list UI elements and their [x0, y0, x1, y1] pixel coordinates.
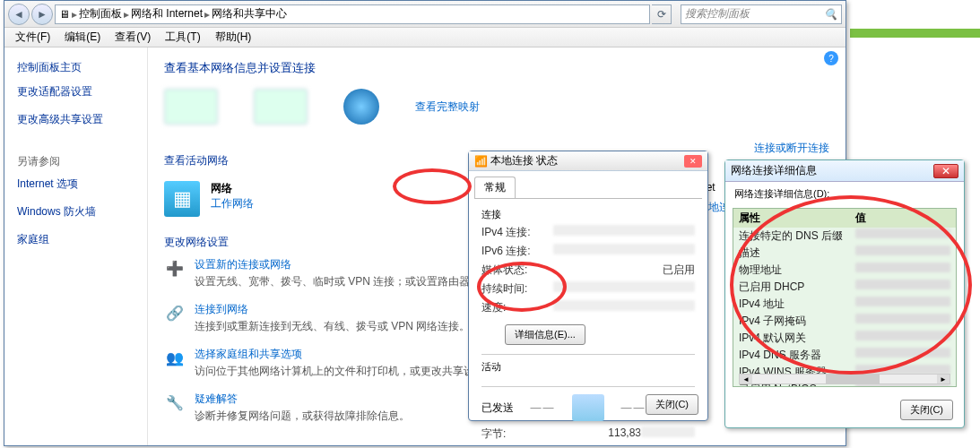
menu-help[interactable]: 帮助(H) — [210, 28, 257, 47]
menu-bar: 文件(F) 编辑(E) 查看(V) 工具(T) 帮助(H) — [4, 28, 846, 47]
sidebar-adapter-settings[interactable]: 更改适配器设置 — [17, 84, 134, 99]
menu-file[interactable]: 文件(F) — [10, 28, 56, 47]
search-input[interactable]: 搜索控制面板 🔍 — [681, 4, 842, 24]
detail-row: IPv4 子网掩码 — [733, 313, 956, 330]
sidebar: 控制面板主页 更改适配器设置 更改高级共享设置 另请参阅 Internet 选项… — [4, 47, 148, 445]
detail-row: 物理地址 — [733, 262, 956, 279]
nic-icon: 📶 — [474, 155, 488, 168]
search-icon: 🔍 — [824, 8, 837, 21]
details-scrollbar[interactable]: ◄► — [739, 374, 950, 384]
settings-icon: 🔧 — [164, 392, 186, 413]
connection-details-dialog: 网络连接详细信息 ✕ 网络连接详细信息(D): 属性值 连接特定的 DNS 后缀… — [724, 159, 965, 428]
help-icon[interactable]: ? — [824, 51, 838, 65]
crumb-control-panel[interactable]: 控制面板 — [79, 6, 122, 22]
details-close-button[interactable]: 关闭(C) — [900, 400, 953, 420]
forward-button[interactable]: ► — [31, 4, 53, 25]
sidebar-homegroup[interactable]: 家庭组 — [17, 232, 134, 247]
details-title: 网络连接详细信息 — [731, 163, 817, 178]
settings-desc: 访问位于其他网络计算机上的文件和打印机，或更改共享设置。 — [195, 364, 496, 379]
crumb-network-internet[interactable]: 网络和 Internet — [131, 6, 203, 22]
status-row: 媒体状态:已启用 — [481, 263, 695, 278]
sidebar-internet-options[interactable]: Internet 选项 — [17, 177, 134, 192]
breadcrumb-bar[interactable]: 🖥 ▸ 控制面板 ▸ 网络和 Internet ▸ 网络和共享中心 — [55, 4, 650, 24]
address-toolbar: ◄ ► 🖥 ▸ 控制面板 ▸ 网络和 Internet ▸ 网络和共享中心 ⟳ … — [4, 1, 846, 28]
decorative-green-bar — [850, 29, 980, 38]
status-row: IPv6 连接: — [481, 244, 695, 259]
settings-link[interactable]: 连接到网络 — [195, 302, 470, 317]
detail-row: IPv4 DNS 服务器 — [733, 347, 956, 364]
settings-icon: 🔗 — [164, 302, 186, 323]
activity-label: 活动 — [481, 354, 695, 374]
computer-icon: 🖥 — [59, 8, 70, 21]
bytes-recv-value — [641, 426, 695, 437]
col-value: 值 — [855, 211, 866, 226]
status-row: 速度: — [481, 300, 695, 315]
settings-icon: 👥 — [164, 347, 186, 368]
map-node-network — [254, 89, 308, 125]
detail-row: 已启用 DHCP — [733, 279, 956, 296]
menu-tools[interactable]: 工具(T) — [160, 28, 205, 47]
map-node-this-pc — [164, 89, 218, 125]
activity-pc-icon — [572, 394, 604, 421]
details-button[interactable]: 详细信息(E)... — [505, 324, 585, 345]
network-type-link[interactable]: 工作网络 — [211, 197, 254, 210]
detail-row: 描述 — [733, 245, 956, 262]
col-property: 属性 — [739, 211, 855, 226]
bytes-sent-value: 113,83 — [553, 426, 641, 442]
details-list-label: 网络连接详细信息(D): — [725, 182, 964, 201]
back-button[interactable]: ◄ — [8, 4, 30, 25]
menu-edit[interactable]: 编辑(E) — [59, 28, 106, 47]
details-listview[interactable]: 属性值 连接特定的 DNS 后缀描述物理地址已启用 DHCPIPv4 地址IPv… — [733, 208, 957, 387]
settings-desc: 连接到或重新连接到无线、有线、拨号或 VPN 网络连接。 — [195, 319, 470, 334]
status-close-button[interactable]: 关闭(C) — [646, 394, 698, 415]
tab-general[interactable]: 常规 — [474, 177, 516, 198]
settings-link[interactable]: 疑难解答 — [195, 392, 410, 407]
refresh-button[interactable]: ⟳ — [652, 4, 672, 24]
status-close-x[interactable]: ✕ — [684, 155, 702, 168]
detail-row: 连接特定的 DNS 后缀 — [733, 228, 956, 245]
sidebar-advanced-sharing[interactable]: 更改高级共享设置 — [17, 112, 134, 127]
network-sharing-center-window: ◄ ► 🖥 ▸ 控制面板 ▸ 网络和 Internet ▸ 网络和共享中心 ⟳ … — [4, 0, 846, 446]
sidebar-firewall[interactable]: Windows 防火墙 — [17, 204, 134, 220]
sidebar-heading[interactable]: 控制面板主页 — [17, 60, 134, 75]
active-networks-title: 查看活动网络 — [164, 153, 229, 168]
detail-row: IPv4 地址 — [733, 296, 956, 313]
details-titlebar[interactable]: 网络连接详细信息 ✕ — [725, 160, 964, 182]
details-close-x[interactable]: ✕ — [933, 164, 958, 178]
status-row: IPv4 连接: — [481, 225, 695, 240]
status-row: 持续时间: — [481, 281, 695, 297]
menu-view[interactable]: 查看(V) — [109, 28, 156, 47]
crumb-sharing-center[interactable]: 网络和共享中心 — [212, 6, 287, 22]
settings-desc: 诊断并修复网络问题，或获得故障排除信息。 — [195, 409, 410, 424]
sidebar-see-also: 另请参阅 — [17, 154, 134, 169]
globe-icon — [343, 89, 379, 125]
status-titlebar[interactable]: 📶 本地连接 状态 ✕ — [469, 151, 707, 171]
page-title: 查看基本网络信息并设置连接 — [164, 60, 829, 76]
detail-row: IPv4 默认网关 — [733, 330, 956, 347]
sent-label: 已发送 — [481, 401, 514, 416]
search-placeholder: 搜索控制面板 — [685, 6, 750, 22]
connection-status-dialog: 📶 本地连接 状态 ✕ 常规 连接 IPv4 连接:IPv6 连接:媒体状态:已… — [468, 151, 708, 421]
settings-link[interactable]: 选择家庭组和共享选项 — [195, 347, 496, 362]
conn-section-label: 连接 — [481, 208, 695, 221]
network-icon: ▦ — [164, 181, 200, 217]
network-map: 查看完整映射 — [164, 89, 829, 125]
settings-icon: ➕ — [164, 257, 186, 279]
status-title: 本地连接 状态 — [490, 153, 558, 168]
bytes-label: 字节: — [481, 426, 553, 442]
view-full-map-link[interactable]: 查看完整映射 — [415, 99, 480, 115]
